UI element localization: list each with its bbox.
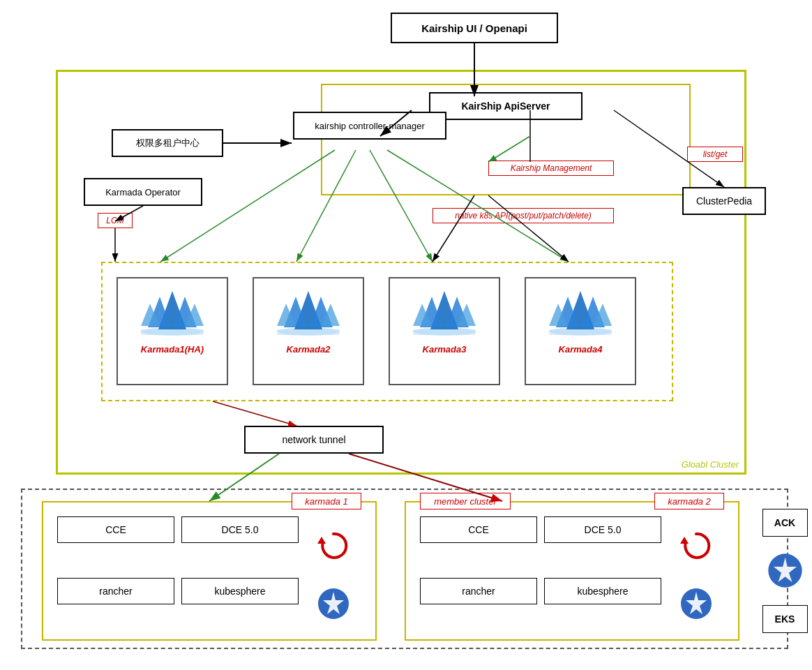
clusterpedia-label: ClusterPedia bbox=[696, 195, 752, 207]
karmada-instance-2-label: Karmada2 bbox=[287, 344, 331, 355]
karmada-instance-4: Karmada4 bbox=[525, 277, 636, 385]
karmada-operator-box: Karmada Operator bbox=[84, 178, 202, 206]
kairship-ui-label: Kairship UI / Openapi bbox=[421, 22, 527, 34]
listget-label: list/get bbox=[687, 147, 743, 162]
karmada2-dce: DCE 5.0 bbox=[544, 516, 661, 543]
k8s-icon-right bbox=[766, 551, 804, 590]
karmada-logo-1 bbox=[137, 284, 207, 340]
karmada1-icons bbox=[306, 516, 361, 632]
lcm-label: LCM bbox=[98, 213, 133, 228]
karmada-instance-3-label: Karmada3 bbox=[423, 344, 467, 355]
apiserver-label: KairShip ApiServer bbox=[461, 100, 550, 112]
karmada2-cce: CCE bbox=[420, 516, 537, 543]
karmada-logo-4 bbox=[546, 284, 615, 340]
svg-rect-1 bbox=[141, 329, 204, 335]
global-cluster-label: Gloabl Cluster bbox=[682, 459, 739, 470]
karmada2-kubesphere: kubesphere bbox=[544, 578, 661, 604]
kairship-ui-box: Kairship UI / Openapi bbox=[391, 13, 558, 43]
k8s-icon-1 bbox=[316, 586, 351, 621]
quanxian-label: 权限多租户中心 bbox=[136, 137, 200, 149]
ack-box: ACK bbox=[762, 509, 808, 537]
right-side-boxes: ACK EKS bbox=[760, 501, 809, 641]
svg-marker-11 bbox=[680, 537, 689, 544]
karmada2-icons bbox=[668, 516, 724, 632]
svg-rect-5 bbox=[413, 329, 476, 335]
member-cluster-badge: member cluster bbox=[420, 493, 511, 509]
diagram-container: Kairship UI / Openapi Gloabl Cluster Kai… bbox=[0, 0, 812, 670]
karmada1-dce: DCE 5.0 bbox=[181, 516, 299, 543]
controller-manager-label: kairship controller-manager bbox=[315, 121, 425, 131]
karmada-logo-3 bbox=[409, 284, 479, 340]
karmada-instances-area: Karmada1(HA) Karmada2 bbox=[101, 262, 673, 401]
k8s-icon-2 bbox=[679, 586, 714, 621]
karmada-instance-2: Karmada2 bbox=[253, 277, 364, 385]
refresh-icon-2 bbox=[679, 528, 714, 563]
karmada2-rancher: rancher bbox=[420, 578, 537, 604]
network-tunnel-box: network tunnel bbox=[244, 426, 384, 454]
karmada1-cce: CCE bbox=[57, 516, 174, 543]
svg-rect-3 bbox=[277, 329, 340, 335]
karmada1-kubesphere: kubesphere bbox=[181, 578, 299, 604]
karmada2-cluster: member cluster karmada 2 CCE DCE 5.0 bbox=[405, 501, 739, 641]
svg-rect-7 bbox=[549, 329, 612, 335]
network-tunnel-label: network tunnel bbox=[282, 434, 345, 445]
karmada1-cluster-content: CCE DCE 5.0 rancher bbox=[43, 502, 375, 639]
karmada2-badge: karmada 2 bbox=[654, 493, 724, 509]
svg-marker-8 bbox=[317, 537, 326, 544]
quanxian-box: 权限多租户中心 bbox=[112, 129, 223, 157]
controller-manager-box: kairship controller-manager bbox=[293, 112, 446, 140]
karmada1-cluster: karmada 1 CCE DCE 5.0 bbox=[42, 501, 377, 641]
karmada-instance-3: Karmada3 bbox=[389, 277, 500, 385]
clusterpedia-box: ClusterPedia bbox=[682, 187, 766, 215]
karmada-operator-label: Karmada Operator bbox=[105, 187, 181, 198]
kairship-mgmt-label: Kairship Management bbox=[488, 161, 614, 176]
karmada2-cluster-content: CCE DCE 5.0 rancher bbox=[406, 502, 738, 639]
apiserver-box: KairShip ApiServer bbox=[429, 92, 582, 120]
karmada-instance-1: Karmada1(HA) bbox=[116, 277, 228, 385]
karmada-instance-1-label: Karmada1(HA) bbox=[141, 344, 204, 355]
native-k8s-label: native k8s API(post/put/patch/delete) bbox=[433, 208, 614, 223]
refresh-icon-1 bbox=[316, 528, 351, 563]
karmada1-rancher: rancher bbox=[57, 578, 174, 604]
eks-box: EKS bbox=[762, 605, 808, 633]
karmada-instance-4-label: Karmada4 bbox=[559, 344, 603, 355]
apiserver-container: KairShip ApiServer bbox=[321, 84, 691, 195]
karmada1-badge: karmada 1 bbox=[292, 493, 361, 509]
karmada-logo-2 bbox=[273, 284, 343, 340]
